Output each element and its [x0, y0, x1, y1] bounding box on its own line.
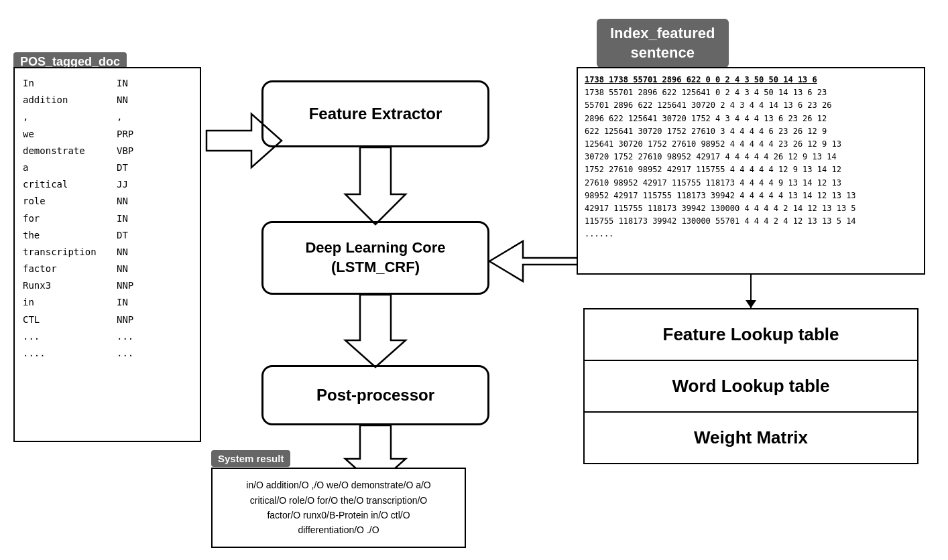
- pos-tag: VBP: [117, 143, 157, 159]
- pos-tag: ...: [117, 345, 157, 362]
- index-line: 622 125641 30720 1752 27610 3 4 4 4 4 6 …: [585, 125, 917, 138]
- pos-word: addition: [23, 92, 103, 109]
- index-line: 55701 2896 622 125641 30720 2 4 3 4 4 14…: [585, 99, 917, 112]
- pos-word: the: [23, 227, 103, 244]
- index-line: 42917 115755 118173 39942 130000 4 4 4 4…: [585, 202, 917, 215]
- pos-tag: IN: [117, 294, 157, 311]
- pos-tag: NN: [117, 261, 157, 277]
- index-line: 125641 30720 1752 27610 98952 4 4 4 4 4 …: [585, 138, 917, 151]
- index-content-box: 1738 1738 55701 2896 622 0 0 2 4 3 50 50…: [577, 67, 925, 275]
- pos-word: role: [23, 193, 103, 210]
- pos-tag: NN: [117, 92, 157, 109]
- system-result-box: in/O addition/O ,/O we/O demonstrate/O a…: [211, 468, 466, 548]
- feature-lookup-item: Feature Lookup table: [585, 309, 917, 361]
- pos-tag: IN: [117, 75, 157, 92]
- index-label: Index_featuredsentence: [597, 19, 729, 68]
- pos-word: factor: [23, 261, 103, 277]
- pos-word: critical: [23, 176, 103, 193]
- pos-word: Runx3: [23, 277, 103, 294]
- weight-matrix-item: Weight Matrix: [585, 413, 917, 463]
- pos-tag: ...: [117, 328, 157, 345]
- post-processor-box: Post-processor: [261, 365, 489, 425]
- diagram-container: POS_tagged_doc InIN additionNN ,, wePRP …: [0, 0, 948, 560]
- index-ellipsis: ......: [585, 228, 917, 240]
- feature-extractor-box: Feature Extractor: [261, 80, 489, 147]
- pos-tag: NNP: [117, 277, 157, 294]
- deep-learning-label: Deep Learning Core(LSTM_CRF): [305, 238, 445, 277]
- pos-word: demonstrate: [23, 143, 103, 159]
- pos-tag: DT: [117, 227, 157, 244]
- svg-marker-4: [489, 241, 583, 281]
- pos-content: InIN additionNN ,, wePRP demonstrateVBP …: [15, 68, 200, 368]
- svg-marker-2: [345, 295, 406, 367]
- pos-word: a: [23, 159, 103, 176]
- pos-word: ....: [23, 345, 103, 362]
- system-result-text: in/O addition/O ,/O we/O demonstrate/O a…: [246, 478, 430, 538]
- index-first-line: 1738 1738 55701 2896 622 0 0 2 4 3 50 50…: [585, 74, 917, 86]
- index-line: 27610 98952 42917 115755 118173 4 4 4 4 …: [585, 177, 917, 190]
- pos-word: in: [23, 294, 103, 311]
- index-line: 1752 27610 98952 42917 115755 4 4 4 4 4 …: [585, 163, 917, 176]
- pos-word: ,: [23, 109, 103, 125]
- feature-extractor-label: Feature Extractor: [309, 104, 442, 123]
- svg-marker-6: [746, 300, 756, 308]
- pos-box: InIN additionNN ,, wePRP demonstrateVBP …: [13, 67, 201, 442]
- system-result-label: System result: [211, 450, 290, 467]
- index-line: 30720 1752 27610 98952 42917 4 4 4 4 4 2…: [585, 151, 917, 163]
- index-line: 115755 118173 39942 130000 55701 4 4 4 2…: [585, 215, 917, 228]
- pos-word: we: [23, 126, 103, 143]
- lookup-container: Feature Lookup table Word Lookup table W…: [583, 308, 919, 464]
- pos-tag: IN: [117, 210, 157, 227]
- index-line: 1738 55701 2896 622 125641 0 2 4 3 4 50 …: [585, 86, 917, 99]
- word-lookup-item: Word Lookup table: [585, 361, 917, 413]
- pos-tag: JJ: [117, 176, 157, 193]
- pos-word: CTL: [23, 311, 103, 328]
- deep-learning-box: Deep Learning Core(LSTM_CRF): [261, 221, 489, 295]
- pos-tag: NN: [117, 244, 157, 261]
- pos-tag: DT: [117, 159, 157, 176]
- index-line: 2896 622 125641 30720 1752 4 3 4 4 4 13 …: [585, 113, 917, 125]
- pos-word: ...: [23, 328, 103, 345]
- pos-tag: NN: [117, 193, 157, 210]
- pos-word: for: [23, 210, 103, 227]
- post-processor-label: Post-processor: [316, 386, 434, 405]
- pos-tag: NNP: [117, 311, 157, 328]
- svg-marker-1: [345, 147, 406, 224]
- pos-word: In: [23, 75, 103, 92]
- pos-tag: PRP: [117, 126, 157, 143]
- index-line: 98952 42917 115755 118173 39942 4 4 4 4 …: [585, 190, 917, 202]
- pos-tag: ,: [117, 109, 157, 125]
- pos-word: transcription: [23, 244, 103, 261]
